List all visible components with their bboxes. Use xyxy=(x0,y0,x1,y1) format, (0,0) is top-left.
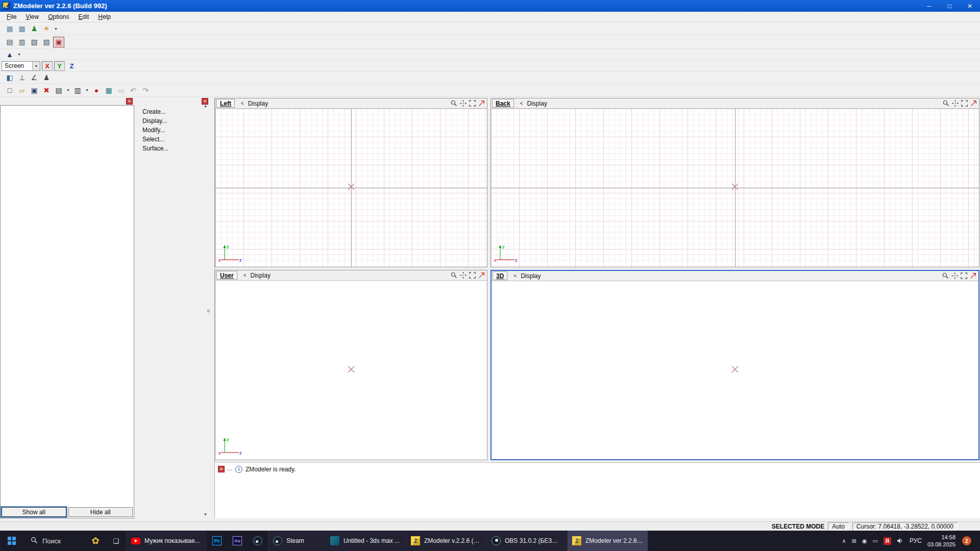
primitive-dropdown-icon[interactable] xyxy=(16,49,22,60)
auto-toggle[interactable]: Auto xyxy=(828,522,849,531)
paste-dropdown-icon[interactable] xyxy=(84,85,90,95)
walk-mode-icon[interactable] xyxy=(29,23,40,34)
menu-edit[interactable]: Edit xyxy=(74,12,94,21)
pinned-photoshop[interactable]: Ps xyxy=(207,531,227,551)
tray-display-icon[interactable] xyxy=(873,538,878,544)
viewport-display-menu[interactable]: Display xyxy=(248,100,268,107)
pinned-audition[interactable]: Au xyxy=(227,531,248,551)
command-surface[interactable]: Surface... xyxy=(139,144,205,153)
tray-app-icon-2[interactable] xyxy=(862,538,867,544)
viewport-user-tab[interactable]: User xyxy=(216,271,237,280)
show-all-button[interactable]: Show all xyxy=(2,507,66,517)
menu-back-icon[interactable]: < xyxy=(241,272,249,278)
zoom-icon[interactable] xyxy=(942,272,949,280)
space-selector[interactable]: Screen xyxy=(2,61,40,71)
menu-back-icon[interactable]: < xyxy=(511,273,519,279)
pan-icon[interactable] xyxy=(459,100,467,107)
scene-panel-close-icon[interactable] xyxy=(126,98,133,105)
start-button[interactable] xyxy=(0,531,23,551)
vertex-tool-icon-2[interactable] xyxy=(29,72,40,83)
geometry-mode-icon-3[interactable] xyxy=(29,37,40,47)
copy-dropdown-icon[interactable] xyxy=(65,85,71,95)
language-indicator[interactable]: РУС xyxy=(910,537,922,544)
chevron-down-icon[interactable] xyxy=(32,62,40,70)
tray-app-icon-1[interactable] xyxy=(852,538,856,544)
palette-icon[interactable] xyxy=(41,23,52,34)
viewport-swap-icon[interactable] xyxy=(970,100,977,107)
taskbar-window-obs[interactable]: OBS 31.0.2 (БЕЗОП... xyxy=(486,531,567,551)
viewport-left-canvas[interactable]: y x z xyxy=(215,109,487,267)
paste-icon[interactable] xyxy=(72,85,83,95)
save-icon[interactable] xyxy=(29,85,40,95)
maximize-viewport-icon[interactable] xyxy=(469,272,476,279)
command-create[interactable]: Create... xyxy=(139,107,205,116)
scene-nodes-icon[interactable] xyxy=(4,23,15,34)
viewport-back-canvas[interactable]: y x z xyxy=(491,109,979,267)
viewport-swap-icon[interactable] xyxy=(969,272,976,280)
cone-primitive-icon[interactable] xyxy=(4,49,15,60)
geometry-mode-icon-4[interactable] xyxy=(41,37,52,47)
menu-back-icon[interactable]: < xyxy=(238,101,247,106)
zoom-icon[interactable] xyxy=(450,272,457,279)
viewport-user-canvas[interactable]: y x z xyxy=(215,281,487,460)
menu-back-icon[interactable]: < xyxy=(518,101,526,106)
pinned-steam[interactable] xyxy=(248,531,268,551)
maximize-viewport-icon[interactable] xyxy=(960,272,967,280)
zoom-icon[interactable] xyxy=(450,100,457,107)
menu-options[interactable]: Options xyxy=(43,12,74,21)
volume-icon[interactable] xyxy=(897,538,904,544)
menu-file[interactable]: File xyxy=(2,12,21,21)
axis-y-toggle[interactable]: Y xyxy=(54,61,65,71)
taskbar-window-browser[interactable]: Мужик показывае... xyxy=(126,531,207,551)
image-icon[interactable] xyxy=(103,85,114,95)
maximize-viewport-icon[interactable] xyxy=(961,100,968,107)
menu-help[interactable]: Help xyxy=(93,12,115,21)
taskbar-search[interactable]: Поиск xyxy=(23,531,68,551)
copy-icon[interactable] xyxy=(53,85,64,95)
zoom-icon[interactable] xyxy=(942,100,949,107)
viewport-display-menu[interactable]: Display xyxy=(251,272,271,279)
taskbar-clock[interactable]: 14:58 03.08.2025 xyxy=(927,534,955,548)
maximize-viewport-icon[interactable] xyxy=(469,100,476,107)
command-select[interactable]: Select... xyxy=(139,135,205,144)
command-display[interactable]: Display... xyxy=(139,116,205,126)
viewport-display-menu[interactable]: Display xyxy=(527,100,547,107)
menu-view[interactable]: View xyxy=(21,12,43,21)
splitter-grip[interactable] xyxy=(205,307,212,315)
vertex-tool-icon-1[interactable] xyxy=(16,72,28,83)
axis-z-toggle[interactable]: Z xyxy=(66,61,77,71)
taskbar-window-zmodeler-2[interactable]: Z ZModeler ver 2.2.6 ... xyxy=(567,531,648,551)
viewport-left-tab[interactable]: Left xyxy=(216,99,235,108)
new-file-icon[interactable] xyxy=(4,85,15,95)
geometry-mode-icon-5[interactable] xyxy=(53,37,64,47)
task-view-icon[interactable] xyxy=(106,531,126,551)
geometry-mode-icon-2[interactable] xyxy=(16,37,28,47)
scene-tree-panel[interactable]: Show all Hide all xyxy=(0,105,134,518)
palette-dropdown-icon[interactable] xyxy=(53,23,59,34)
open-folder-icon[interactable] xyxy=(16,85,28,95)
tray-expand-icon[interactable] xyxy=(842,538,846,544)
pan-icon[interactable] xyxy=(951,100,959,107)
log-close-icon[interactable] xyxy=(218,466,225,472)
material-icon[interactable] xyxy=(4,72,15,83)
delete-icon[interactable] xyxy=(41,85,52,95)
pinned-app-icon[interactable] xyxy=(85,531,106,551)
taskbar-window-3dsmax[interactable]: Untitled - 3ds max ... xyxy=(325,531,406,551)
viewport-back-tab[interactable]: Back xyxy=(492,99,514,108)
minimize-button[interactable] xyxy=(919,0,939,12)
command-modify[interactable]: Modify... xyxy=(139,126,205,135)
viewport-3d-tab[interactable]: 3D xyxy=(493,271,507,280)
hierarchy-icon[interactable] xyxy=(16,23,28,34)
geometry-mode-icon-1[interactable] xyxy=(4,37,15,47)
notification-badge[interactable]: 2 xyxy=(962,536,971,545)
pan-icon[interactable] xyxy=(951,272,958,280)
record-icon[interactable] xyxy=(91,85,102,95)
punto-switcher-icon[interactable]: Я xyxy=(884,537,891,545)
taskbar-window-steam[interactable]: Steam xyxy=(268,531,325,551)
viewport-display-menu[interactable]: Display xyxy=(521,272,541,280)
axis-x-toggle[interactable]: X xyxy=(42,61,53,71)
pan-icon[interactable] xyxy=(459,272,467,279)
maximize-button[interactable] xyxy=(939,0,960,12)
scroll-down-icon[interactable] xyxy=(203,512,208,517)
viewport-swap-icon[interactable] xyxy=(478,100,485,107)
